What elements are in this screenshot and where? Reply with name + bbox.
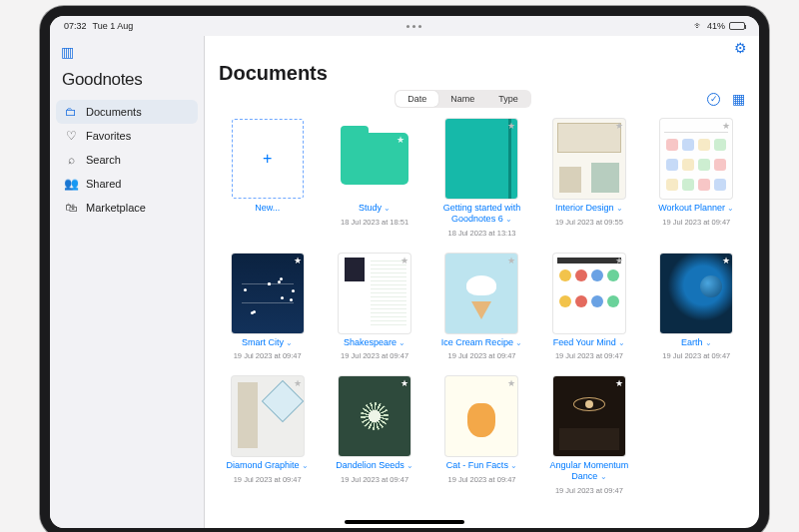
tablet-frame: 07:32 Tue 1 Aug ᯤ 41% ▥ Goodnotes 🗀Docum…: [40, 6, 769, 532]
document-thumb[interactable]: [660, 254, 732, 333]
document-date: 19 Jul 2023 at 09:47: [234, 475, 302, 484]
chevron-down-icon: ⌄: [702, 338, 711, 347]
battery-icon: [729, 22, 745, 30]
select-mode-icon[interactable]: ✓: [707, 93, 720, 106]
document-title[interactable]: Feed Your Mind ⌄: [553, 337, 625, 348]
chevron-down-icon: ⌄: [503, 215, 512, 224]
status-time: 07:32: [64, 21, 87, 31]
document-date: 19 Jul 2023 at 09:55: [555, 218, 623, 227]
status-bar: 07:32 Tue 1 Aug ᯤ 41%: [50, 16, 759, 36]
sort-option-name[interactable]: Name: [438, 91, 486, 107]
document-title[interactable]: Angular Momentum Dance ⌄: [541, 460, 637, 482]
home-indicator[interactable]: [345, 520, 464, 524]
view-mode-icon[interactable]: ▦: [732, 91, 745, 107]
main-panel: ⚙ Documents DateNameType ✓ ▦ +New...Stud…: [205, 36, 759, 528]
app-brand: Goodnotes: [56, 68, 198, 98]
chevron-down-icon: ⌄: [382, 204, 391, 213]
folder-thumb[interactable]: [339, 119, 410, 199]
new-document-thumb[interactable]: +: [232, 119, 304, 199]
heart-icon: ♡: [64, 129, 78, 143]
document-thumb[interactable]: [232, 376, 304, 456]
toolbar: DateNameType ✓ ▦: [205, 89, 759, 113]
chevron-down-icon: ⌄: [597, 472, 606, 481]
document-date: 19 Jul 2023 at 09:47: [234, 351, 302, 360]
chevron-down-icon: ⌄: [614, 204, 623, 213]
search-icon: ⌕: [64, 153, 78, 167]
settings-icon[interactable]: ⚙: [734, 40, 747, 56]
document-cell[interactable]: Interior Design ⌄19 Jul 2023 at 09:55: [540, 119, 637, 238]
document-date: 19 Jul 2023 at 09:47: [448, 475, 516, 484]
document-cell[interactable]: Diamond Graphite ⌄19 Jul 2023 at 09:47: [219, 376, 316, 495]
document-cell[interactable]: Ice Cream Recipe ⌄19 Jul 2023 at 09:47: [433, 254, 530, 361]
document-thumb[interactable]: [339, 376, 410, 456]
folder-icon: 🗀: [64, 105, 78, 119]
document-thumb[interactable]: [232, 254, 304, 333]
document-title[interactable]: Workout Planner ⌄: [658, 203, 734, 214]
document-title[interactable]: Ice Cream Recipe ⌄: [441, 337, 522, 348]
document-title[interactable]: Dandelion Seeds ⌄: [336, 460, 413, 471]
page-title: Documents: [205, 60, 759, 89]
sidebar-item-marketplace[interactable]: 🛍Marketplace: [56, 196, 198, 220]
document-thumb[interactable]: [553, 119, 625, 199]
document-cell[interactable]: Dandelion Seeds ⌄19 Jul 2023 at 09:47: [326, 376, 422, 495]
document-cell[interactable]: Workout Planner ⌄19 Jul 2023 at 09:47: [648, 119, 745, 238]
sidebar-item-favorites[interactable]: ♡Favorites: [56, 124, 198, 148]
documents-grid: +New...Study ⌄18 Jul 2023 at 18:51Gettin…: [219, 119, 745, 495]
document-cell[interactable]: Earth ⌄19 Jul 2023 at 09:47: [648, 254, 745, 361]
sidebar-item-label: Favorites: [86, 130, 131, 142]
chevron-down-icon: ⌄: [508, 461, 517, 470]
toggle-sidebar-icon[interactable]: ▥: [61, 44, 74, 60]
document-title[interactable]: Getting started with Goodnotes 6 ⌄: [433, 203, 529, 225]
document-thumb[interactable]: [445, 254, 517, 333]
battery-percent: 41%: [707, 21, 725, 31]
document-title[interactable]: Cat - Fun Facts ⌄: [446, 460, 517, 471]
document-cell[interactable]: Cat - Fun Facts ⌄19 Jul 2023 at 09:47: [433, 376, 530, 495]
sidebar-item-shared[interactable]: 👥Shared: [56, 172, 198, 196]
document-title[interactable]: Study ⌄: [359, 203, 391, 214]
document-title[interactable]: Shakespeare ⌄: [344, 337, 405, 348]
sort-segmented-control[interactable]: DateNameType: [395, 90, 531, 108]
new-document-label[interactable]: New...: [255, 203, 280, 214]
folder-cell[interactable]: Study ⌄18 Jul 2023 at 18:51: [326, 119, 422, 238]
chevron-down-icon: ⌄: [284, 338, 293, 347]
document-cell[interactable]: Angular Momentum Dance ⌄19 Jul 2023 at 0…: [540, 376, 637, 495]
sidebar-item-label: Documents: [86, 106, 142, 118]
document-title[interactable]: Diamond Graphite ⌄: [227, 460, 309, 471]
sidebar-item-search[interactable]: ⌕Search: [56, 148, 198, 172]
sort-option-date[interactable]: Date: [396, 91, 438, 107]
document-date: 19 Jul 2023 at 09:47: [448, 351, 516, 360]
document-thumb[interactable]: [553, 254, 625, 333]
document-thumb[interactable]: [660, 119, 732, 199]
document-date: 19 Jul 2023 at 09:47: [555, 351, 623, 360]
document-thumb[interactable]: [553, 376, 625, 456]
document-cell[interactable]: Feed Your Mind ⌄19 Jul 2023 at 09:47: [540, 254, 637, 361]
document-date: 19 Jul 2023 at 09:47: [662, 218, 730, 227]
chevron-down-icon: ⌄: [725, 204, 734, 213]
document-title[interactable]: Earth ⌄: [681, 337, 712, 348]
chevron-down-icon: ⌄: [397, 338, 405, 347]
multitask-dots-icon[interactable]: [406, 25, 421, 28]
document-cell[interactable]: Smart City ⌄19 Jul 2023 at 09:47: [219, 254, 316, 361]
document-title[interactable]: Interior Design ⌄: [555, 203, 623, 214]
sidebar: ▥ Goodnotes 🗀Documents♡Favorites⌕Search👥…: [50, 36, 205, 528]
sort-option-type[interactable]: Type: [486, 91, 530, 107]
bag-icon: 🛍: [64, 201, 78, 215]
document-title[interactable]: Smart City ⌄: [242, 337, 293, 348]
chevron-down-icon: ⌄: [513, 338, 522, 347]
document-date: 19 Jul 2023 at 09:47: [341, 351, 408, 360]
document-cell[interactable]: Getting started with Goodnotes 6 ⌄18 Jul…: [433, 119, 530, 238]
sidebar-item-label: Search: [86, 154, 121, 166]
wifi-icon: ᯤ: [694, 21, 703, 31]
document-date: 18 Jul 2023 at 13:13: [448, 229, 516, 238]
document-cell[interactable]: Shakespeare ⌄19 Jul 2023 at 09:47: [326, 254, 422, 361]
document-date: 19 Jul 2023 at 09:47: [341, 475, 408, 484]
chevron-down-icon: ⌄: [616, 338, 625, 347]
chevron-down-icon: ⌄: [404, 461, 413, 470]
new-document-cell[interactable]: +New...: [219, 119, 316, 238]
chevron-down-icon: ⌄: [300, 461, 309, 470]
document-date: 18 Jul 2023 at 18:51: [341, 218, 408, 227]
document-thumb[interactable]: [339, 254, 410, 333]
document-thumb[interactable]: [445, 119, 517, 199]
sidebar-item-documents[interactable]: 🗀Documents: [56, 100, 198, 124]
document-thumb[interactable]: [445, 376, 517, 456]
